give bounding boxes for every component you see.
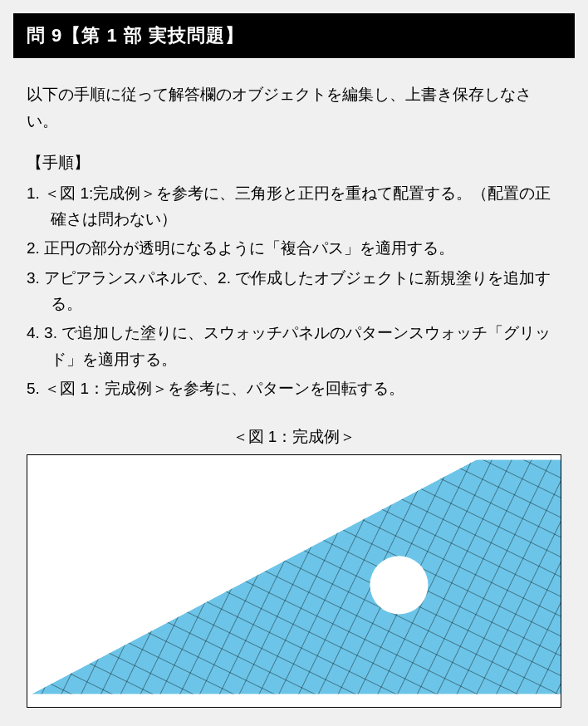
step-item: 5. ＜図 1：完成例＞を参考に、パターンを回転する。 [27,375,561,401]
intro-text: 以下の手順に従って解答欄のオブジェクトを編集し、上書き保存しなさい。 [27,81,561,135]
question-container: 問 9【第 1 部 実技問題】 以下の手順に従って解答欄のオブジェクトを編集し、… [0,0,588,726]
steps-label: 【手順】 [27,152,561,174]
steps-list: 1. ＜図 1:完成例＞を参考に、三角形と正円を重ねて配置する。（配置の正確さは… [27,180,561,402]
question-content: 以下の手順に従って解答欄のオブジェクトを編集し、上書き保存しなさい。 【手順】 … [13,58,575,724]
step-item: 1. ＜図 1:完成例＞を参考に、三角形と正円を重ねて配置する。（配置の正確さは… [27,180,561,233]
step-item: 3. アピアランスパネルで、2. で作成したオブジェクトに新規塗りを追加する。 [27,265,561,317]
figure-box [27,454,561,708]
step-item: 2. 正円の部分が透明になるように「複合パス」を適用する。 [27,235,561,261]
question-header: 問 9【第 1 部 実技問題】 [13,13,575,58]
svg-rect-5 [27,455,561,707]
figure-label: ＜図 1：完成例＞ [27,426,561,448]
question-title: 問 9【第 1 部 実技問題】 [27,25,244,46]
step-item: 4. 3. で追加した塗りに、スウォッチパネルのパターンスウォッチ「グリッド」を… [27,320,561,372]
completion-example-figure [27,455,561,707]
